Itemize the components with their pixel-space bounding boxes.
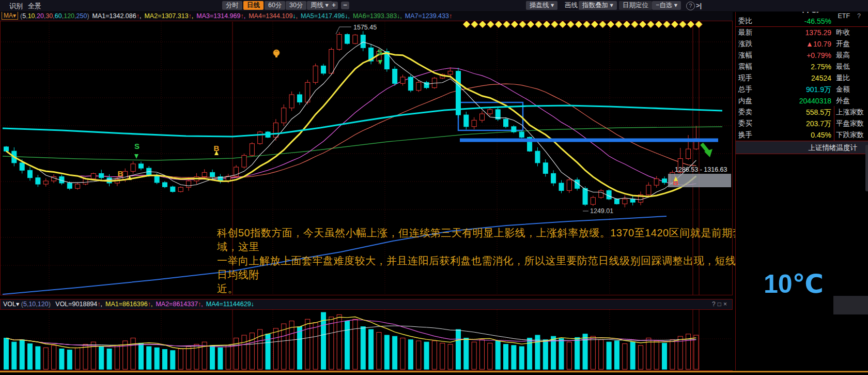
annotation-line: 一举向上解放上面套牢盘难度较大，并且连阳后获利盘也需消化，所以这里要防范日线级别… [217, 254, 803, 282]
quote-label: 内盘 [738, 95, 752, 107]
help-icon[interactable]: ? [686, 2, 695, 10]
toolbar-tool-4[interactable]: 日期定位 [619, 1, 652, 10]
quote-label: 换手 [738, 129, 752, 141]
quote-label2: 昨收 [836, 27, 850, 38]
vol-panel-icons[interactable]: ?□× [712, 299, 729, 309]
toolbar-item-recognize[interactable]: 识别 [9, 2, 23, 11]
quote-label2: 上涨家数 [836, 107, 864, 118]
quote-row-委买: 委买203.7万平盘家数 [736, 118, 868, 129]
quote-value: ▲10.79 [767, 38, 831, 50]
top-toolbar: 识别 全景 分时日线60分30分周线 ▾ + − 操盘线 ▾画线指数叠加 ▾日期… [0, 0, 868, 12]
price-label: 1286.53 - 1316.63 [675, 166, 727, 173]
price-label: 1249.01 [590, 207, 613, 215]
annotation-line: 科创50指数方面，今天虽然小幅上涨，但连续第三天有明显上影线，上涨斜率放缓。13… [217, 226, 803, 254]
period-tab-4[interactable]: 30分 [286, 1, 306, 10]
buy-marker: B [118, 169, 123, 178]
vol-selector[interactable]: VOL▾ [3, 301, 19, 308]
diamond-marker-row [463, 21, 703, 28]
zoom-out-button[interactable]: − [341, 2, 349, 9]
scrollbar-thumb[interactable] [865, 145, 868, 191]
quote-row-换手: 换手0.45%下跌家数 [736, 129, 868, 141]
ma-line-w20 [6, 68, 696, 185]
ma-selector[interactable]: MA▾ [2, 11, 18, 20]
quote-label2: 平盘家数 [836, 118, 864, 129]
overlay-ma60_cyan [3, 106, 722, 137]
quote-label2: 最高 [836, 50, 850, 61]
quote-row-委卖: 委卖558.5万上涨家数 [736, 107, 868, 118]
quote-value: 24524 [767, 72, 831, 84]
sell-marker: S [377, 48, 382, 56]
quote-label2: 下跌家数 [836, 129, 864, 141]
toolbar-tool-5[interactable]: −自选 ▾ [652, 1, 681, 10]
quote-label2: 最低 [836, 61, 850, 72]
quote-label2: 外盘 [836, 95, 850, 107]
quote-row-内盘: 内盘20440318外盘 [736, 95, 868, 107]
quote-label: 委卖 [738, 107, 752, 118]
quote-row-最新: 最新1375.29昨收 [736, 27, 868, 38]
quote-row-涨跌: 涨跌▲10.79开盘 [736, 38, 868, 50]
etf-text[interactable]: ETF [838, 12, 850, 20]
collapse-panel-icon[interactable]: >| [696, 2, 702, 9]
etf-label: ETF? [838, 12, 861, 20]
quote-value: 203.7万 [767, 118, 831, 129]
sentiment-thermometer-bar[interactable]: 上证情绪温度计 [736, 141, 868, 154]
quote-value: 901.9万 [767, 84, 831, 95]
quote-label: 震幅 [738, 61, 752, 72]
quote-label: 委比 [738, 16, 752, 27]
etf-help-icon[interactable]: ? [857, 12, 861, 20]
quote-value: +0.79% [767, 50, 831, 61]
vol-values: VOL=9018894↑,MA1=8616396↑,MA2=8614337↑,M… [52, 301, 254, 308]
vol-icon-1[interactable]: □ [718, 301, 723, 308]
volume-chart-area[interactable] [1, 310, 732, 370]
thermometer-title: 上证情绪温度计 [809, 143, 858, 153]
quote-row-震幅: 震幅2.75%最低 [736, 61, 868, 72]
quote-label2: 金额 [836, 84, 850, 95]
bottom-axis-line [0, 371, 868, 372]
toolbar-tool-1[interactable]: 操盘线 ▾ [526, 1, 557, 10]
price-label: 1575.45 [353, 24, 377, 31]
quote-label: 委买 [738, 118, 752, 129]
zoom-in-button[interactable]: + [330, 2, 338, 9]
overlay-ma120_green [3, 127, 722, 160]
panel-gray-patch [833, 296, 868, 314]
quote-value: 1375.29 [767, 27, 831, 38]
quote-panel: ‹ 科创50 000688 委比-46.55%最新1375.29昨收涨跌▲10.… [735, 0, 868, 370]
ma-indicator-header: MA▾(5,10,20,30,60,120,250)MA1=1342.086↑,… [0, 11, 733, 21]
quote-label2: 开盘 [836, 38, 850, 50]
period-tab-1[interactable]: 分时 [222, 1, 242, 10]
vol-params: (5,10,120) [21, 301, 51, 308]
quote-label: 最新 [738, 27, 752, 38]
sell-marker: S [134, 142, 140, 151]
quote-label: 现手 [738, 72, 752, 84]
ma-line-w10 [6, 53, 696, 197]
volume-indicator-header: VOL▾ (5,10,120) VOL=9018894↑,MA1=8616396… [0, 299, 733, 310]
period-tab-2[interactable]: 日线 [243, 1, 264, 10]
quote-label2: 量比 [836, 72, 850, 84]
gold-bulb-marker [273, 50, 280, 57]
period-tab-5[interactable]: 周线 ▾ [307, 1, 332, 10]
vol-icon-0[interactable]: ? [712, 301, 718, 308]
quote-value: 2.75% [767, 61, 831, 72]
quote-value: -46.55% [767, 16, 831, 27]
toolbar-item-panorama[interactable]: 全景 [28, 2, 41, 11]
quote-value: 20440318 [767, 95, 831, 107]
temperature-reading: 10℃ [763, 269, 825, 299]
quote-label: 涨跌 [738, 38, 752, 50]
quote-value: 558.5万 [767, 107, 831, 118]
analyst-annotation: 科创50指数方面，今天虽然小幅上涨，但连续第三天有明显上影线，上涨斜率放缓。13… [217, 226, 803, 296]
quote-row-现手: 现手24524量比 [736, 72, 868, 84]
quote-value: 0.45% [767, 129, 831, 141]
quote-label: 涨幅 [738, 50, 752, 61]
annotation-line: 近。 [217, 282, 803, 296]
ma-params: (5,10,20,30,60,120,250) [20, 12, 89, 20]
quote-row-涨幅: 涨幅+0.79%最高 [736, 50, 868, 61]
toolbar-tool-3[interactable]: 指数叠加 ▾ [579, 1, 617, 10]
period-tab-3[interactable]: 60分 [265, 1, 285, 10]
quote-label: 总手 [738, 84, 752, 95]
ma-line-w30 [6, 84, 696, 177]
quote-row-总手: 总手901.9万金额 [736, 84, 868, 95]
ma-values: MA1=1342.086↑,MA2=1307.313↑,MA3=1314.969… [89, 12, 453, 20]
vol-icon-2[interactable]: × [723, 301, 729, 308]
